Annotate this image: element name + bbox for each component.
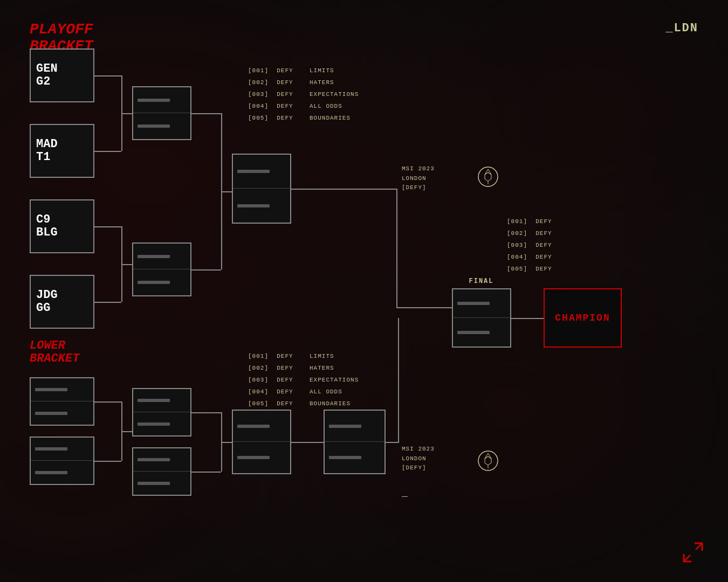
lb-t1-slot2 [31,401,93,425]
lb-r3-bar-1 [237,425,270,428]
team-jdg-gg: JDGGG [30,275,94,329]
line-ub-r1-bot-horiz [121,264,132,265]
lb-r4-bar-2 [329,456,361,459]
lb-r2-bar-1 [138,399,170,402]
lb-line-1 [94,401,121,403]
lb-match-r2-top [132,388,191,436]
line-ub-r1-top-horiz [121,113,132,114]
expand-icon[interactable] [679,539,706,566]
lb-t2-slot2 [31,461,93,484]
team-bar-6 [237,204,270,207]
team-bar-1 [138,99,170,102]
lb-r2-bar-3 [138,458,170,461]
svg-line-4 [696,543,702,550]
lb-bar-4 [35,471,67,474]
final-slot2 [453,318,510,347]
team-c9-blg: C9BLG [30,199,94,253]
final-slot1 [453,289,510,318]
lb-r2-bar-4 [138,482,170,485]
lb-r3-bar-2 [237,456,270,459]
event-logo: _LDN [665,22,698,35]
lb-bar-3 [35,447,67,451]
match-r2-top [132,86,191,140]
lower-msi-info: MSI 2023 LONDON [DEFY] [402,445,435,473]
right-defy-block: [001] DEFY [002] DEFY [003] DEFY [004] D… [507,216,552,275]
lb-r4-slot1 [325,411,384,442]
team-bar-4 [138,281,170,284]
match-r3-slot2 [233,189,290,223]
team-jdg-gg-name: JDGGG [36,289,88,315]
lb-line-r2-top [191,412,221,413]
lb-line-r3-r4 [291,442,324,443]
team-bar-2 [138,124,170,128]
line-mad-t1-right [94,151,121,152]
lb-bar-2 [35,412,67,415]
lb-t2-slot1 [31,438,93,461]
line-r2-r3-horiz [221,191,232,192]
lb-horiz-r2 [221,442,232,443]
lower-bracket-title: LOWERBRACKET [30,340,79,365]
match-r2-top-slot2 [133,113,190,139]
line-r2-bot-right [191,269,221,271]
team-mad-t1: MADT1 [30,124,94,178]
final-bar-2 [457,331,490,334]
lb-team-box-2 [30,436,94,485]
line-r3-finals [291,189,396,190]
lb-horiz-1 [121,431,132,432]
lb-line-2 [94,461,121,462]
lb-bar-1 [35,388,67,391]
match-r2-bot-slot2 [133,269,190,295]
lb-line-r2-bot [191,472,221,473]
team-bar-5 [237,170,270,173]
lb-r3-slot1 [233,411,290,442]
final-label: FINAL [456,278,507,285]
lb-line-r4-right [386,442,399,443]
match-r2-bot [132,242,191,296]
lb-line-up-to-final [398,318,399,443]
lb-r4-bar-1 [329,425,361,428]
lb-r4-slot2 [325,442,384,473]
team-gen-g2-name: GENG2 [36,63,88,88]
lb-r3-slot2 [233,442,290,473]
lb-team-box-1 [30,377,94,426]
final-bar-1 [457,302,490,305]
upper-msi-logo [477,166,499,190]
team-c9-blg-name: C9BLG [36,213,88,239]
lb-r2-top-slot1 [133,389,190,412]
lb-r2-bot-slot2 [133,472,190,495]
svg-line-5 [684,555,690,562]
line-upper-to-final-horiz [396,307,456,308]
champion-box: CHAMPION [544,288,622,348]
line-final-champion [511,318,544,319]
lb-t1-slot1 [31,378,93,401]
final-match-box [452,288,511,348]
lower-dash: _ [402,488,408,498]
lb-r2-bar-2 [138,422,170,426]
main-container: PLAYOFFBRACKET _LDN GENG2 MADT1 C9BLG JD… [0,0,728,582]
team-bar-3 [138,255,170,258]
match-r3 [232,154,291,224]
lb-match-r4 [324,410,386,474]
line-upper-to-final-vert [396,189,397,307]
lower-defy-block: [001] DEFY LIMITS [002] DEFY HATERS [003… [248,350,359,410]
lb-r2-bot-slot1 [133,448,190,472]
upper-msi-info: MSI 2023 LONDON [DEFY] [402,164,435,193]
line-c9-blg-right [94,226,121,227]
match-r2-top-slot1 [133,87,190,113]
match-r2-bot-slot1 [133,244,190,269]
lb-match-r2-bot [132,447,191,496]
team-mad-t1-name: MADT1 [36,138,88,164]
line-gen-g2-right [94,75,121,77]
line-r2-top-right [191,113,221,114]
champion-label: CHAMPION [555,313,610,323]
team-gen-g2: GENG2 [30,48,94,102]
line-jdg-gg-right [94,302,121,303]
lb-r2-top-slot2 [133,412,190,435]
lower-msi-logo [477,450,499,474]
lb-match-r3 [232,410,291,474]
match-r3-slot1 [233,155,290,189]
upper-defy-block: [001] DEFY LIMITS [002] DEFY HATERS [003… [248,65,359,124]
